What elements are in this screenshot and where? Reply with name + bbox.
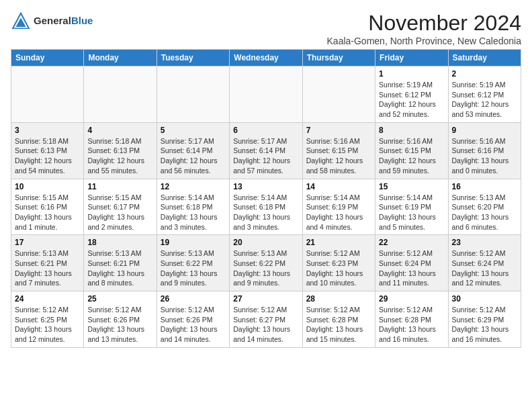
calendar-week-row: 3Sunrise: 5:18 AMSunset: 6:13 PMDaylight… — [11, 122, 521, 179]
calendar-day: 22Sunrise: 5:12 AMSunset: 6:24 PMDayligh… — [375, 235, 448, 291]
calendar-week-row: 10Sunrise: 5:15 AMSunset: 6:16 PMDayligh… — [11, 179, 521, 235]
calendar-day: 12Sunrise: 5:14 AMSunset: 6:18 PMDayligh… — [157, 179, 229, 235]
day-number: 8 — [379, 126, 444, 135]
day-number: 16 — [452, 182, 517, 191]
day-info: Sunrise: 5:12 AMSunset: 6:26 PMDaylight:… — [87, 305, 152, 345]
calendar-day: 30Sunrise: 5:12 AMSunset: 6:29 PMDayligh… — [448, 291, 521, 348]
calendar-day: 27Sunrise: 5:12 AMSunset: 6:27 PMDayligh… — [230, 291, 302, 348]
calendar-day: 1Sunrise: 5:19 AMSunset: 6:12 PMDaylight… — [375, 66, 448, 123]
day-number: 6 — [233, 126, 298, 135]
day-info: Sunrise: 5:14 AMSunset: 6:19 PMDaylight:… — [306, 193, 371, 232]
day-info: Sunrise: 5:17 AMSunset: 6:14 PMDaylight:… — [161, 136, 226, 176]
calendar-day — [302, 66, 375, 123]
col-wednesday: Wednesday — [230, 50, 302, 66]
day-number: 15 — [379, 182, 444, 191]
calendar-week-row: 24Sunrise: 5:12 AMSunset: 6:25 PMDayligh… — [11, 291, 521, 348]
col-tuesday: Tuesday — [157, 50, 229, 66]
calendar-day: 18Sunrise: 5:13 AMSunset: 6:21 PMDayligh… — [84, 235, 157, 291]
calendar-day: 6Sunrise: 5:17 AMSunset: 6:14 PMDaylight… — [230, 122, 302, 179]
day-info: Sunrise: 5:16 AMSunset: 6:15 PMDaylight:… — [379, 136, 444, 176]
calendar-day: 14Sunrise: 5:14 AMSunset: 6:19 PMDayligh… — [302, 179, 375, 235]
day-info: Sunrise: 5:19 AMSunset: 6:12 PMDaylight:… — [379, 80, 444, 120]
day-number: 25 — [87, 294, 152, 304]
day-number: 26 — [161, 294, 226, 304]
header: GeneralBlue November 2024 Kaala-Gomen, N… — [11, 11, 521, 46]
day-info: Sunrise: 5:16 AMSunset: 6:15 PMDaylight:… — [306, 136, 371, 176]
calendar-day: 7Sunrise: 5:16 AMSunset: 6:15 PMDaylight… — [302, 122, 375, 179]
day-number: 23 — [452, 238, 517, 247]
calendar-day: 5Sunrise: 5:17 AMSunset: 6:14 PMDaylight… — [157, 122, 229, 179]
calendar-day: 4Sunrise: 5:18 AMSunset: 6:13 PMDaylight… — [84, 122, 157, 179]
day-number: 21 — [306, 238, 371, 247]
day-number: 7 — [306, 126, 371, 135]
calendar-day: 29Sunrise: 5:12 AMSunset: 6:28 PMDayligh… — [375, 291, 448, 348]
day-info: Sunrise: 5:18 AMSunset: 6:13 PMDaylight:… — [15, 136, 80, 176]
day-info: Sunrise: 5:13 AMSunset: 6:22 PMDaylight:… — [161, 248, 226, 288]
day-number: 10 — [15, 182, 80, 191]
day-number: 29 — [379, 294, 444, 304]
col-saturday: Saturday — [448, 50, 521, 66]
calendar-day — [84, 66, 157, 123]
calendar-header-row: Sunday Monday Tuesday Wednesday Thursday… — [11, 50, 521, 66]
day-info: Sunrise: 5:13 AMSunset: 6:21 PMDaylight:… — [15, 248, 80, 288]
calendar-week-row: 1Sunrise: 5:19 AMSunset: 6:12 PMDaylight… — [11, 66, 521, 123]
day-number: 17 — [15, 238, 80, 247]
calendar-day: 9Sunrise: 5:16 AMSunset: 6:16 PMDaylight… — [448, 122, 521, 179]
calendar-day — [230, 66, 302, 123]
calendar-day: 28Sunrise: 5:12 AMSunset: 6:28 PMDayligh… — [302, 291, 375, 348]
day-number: 20 — [233, 238, 298, 247]
day-number: 28 — [306, 294, 371, 304]
month-title: November 2024 — [327, 11, 521, 36]
day-info: Sunrise: 5:12 AMSunset: 6:28 PMDaylight:… — [306, 305, 371, 345]
col-friday: Friday — [375, 50, 448, 66]
day-info: Sunrise: 5:12 AMSunset: 6:25 PMDaylight:… — [15, 305, 80, 345]
day-info: Sunrise: 5:13 AMSunset: 6:20 PMDaylight:… — [452, 193, 517, 232]
calendar-day: 26Sunrise: 5:12 AMSunset: 6:26 PMDayligh… — [157, 291, 229, 348]
logo: GeneralBlue — [11, 11, 93, 31]
day-info: Sunrise: 5:15 AMSunset: 6:16 PMDaylight:… — [15, 193, 80, 232]
subtitle: Kaala-Gomen, North Province, New Caledon… — [327, 36, 521, 46]
calendar-day: 23Sunrise: 5:12 AMSunset: 6:24 PMDayligh… — [448, 235, 521, 291]
calendar-day: 20Sunrise: 5:13 AMSunset: 6:22 PMDayligh… — [230, 235, 302, 291]
day-number: 9 — [452, 126, 517, 135]
day-info: Sunrise: 5:12 AMSunset: 6:29 PMDaylight:… — [452, 305, 517, 345]
day-number: 18 — [87, 238, 152, 247]
day-number: 3 — [15, 126, 80, 135]
col-monday: Monday — [84, 50, 157, 66]
day-number: 19 — [161, 238, 226, 247]
day-info: Sunrise: 5:12 AMSunset: 6:24 PMDaylight:… — [452, 248, 517, 288]
day-number: 14 — [306, 182, 371, 191]
calendar-day: 2Sunrise: 5:19 AMSunset: 6:12 PMDaylight… — [448, 66, 521, 123]
calendar-day: 19Sunrise: 5:13 AMSunset: 6:22 PMDayligh… — [157, 235, 229, 291]
calendar-day: 8Sunrise: 5:16 AMSunset: 6:15 PMDaylight… — [375, 122, 448, 179]
day-info: Sunrise: 5:17 AMSunset: 6:14 PMDaylight:… — [233, 136, 298, 176]
calendar-day — [157, 66, 229, 123]
day-number: 27 — [233, 294, 298, 304]
day-info: Sunrise: 5:16 AMSunset: 6:16 PMDaylight:… — [452, 136, 517, 176]
day-info: Sunrise: 5:18 AMSunset: 6:13 PMDaylight:… — [87, 136, 152, 176]
calendar-day: 11Sunrise: 5:15 AMSunset: 6:17 PMDayligh… — [84, 179, 157, 235]
calendar-day: 24Sunrise: 5:12 AMSunset: 6:25 PMDayligh… — [11, 291, 84, 348]
day-info: Sunrise: 5:13 AMSunset: 6:21 PMDaylight:… — [87, 248, 152, 288]
day-number: 22 — [379, 238, 444, 247]
calendar-day: 17Sunrise: 5:13 AMSunset: 6:21 PMDayligh… — [11, 235, 84, 291]
calendar-day: 21Sunrise: 5:12 AMSunset: 6:23 PMDayligh… — [302, 235, 375, 291]
title-block: November 2024 Kaala-Gomen, North Provinc… — [327, 11, 521, 46]
col-sunday: Sunday — [11, 50, 84, 66]
day-info: Sunrise: 5:13 AMSunset: 6:22 PMDaylight:… — [233, 248, 298, 288]
calendar-day — [11, 66, 84, 123]
day-info: Sunrise: 5:19 AMSunset: 6:12 PMDaylight:… — [452, 80, 517, 120]
day-info: Sunrise: 5:12 AMSunset: 6:24 PMDaylight:… — [379, 248, 444, 288]
col-thursday: Thursday — [302, 50, 375, 66]
day-info: Sunrise: 5:12 AMSunset: 6:28 PMDaylight:… — [379, 305, 444, 345]
logo-general: GeneralBlue — [34, 15, 93, 27]
day-number: 13 — [233, 182, 298, 191]
day-info: Sunrise: 5:12 AMSunset: 6:26 PMDaylight:… — [161, 305, 226, 345]
calendar-day: 13Sunrise: 5:14 AMSunset: 6:18 PMDayligh… — [230, 179, 302, 235]
day-info: Sunrise: 5:14 AMSunset: 6:18 PMDaylight:… — [233, 193, 298, 232]
calendar-day: 3Sunrise: 5:18 AMSunset: 6:13 PMDaylight… — [11, 122, 84, 179]
day-info: Sunrise: 5:15 AMSunset: 6:17 PMDaylight:… — [87, 193, 152, 232]
page-container: GeneralBlue November 2024 Kaala-Gomen, N… — [11, 11, 521, 348]
day-number: 12 — [161, 182, 226, 191]
calendar-day: 16Sunrise: 5:13 AMSunset: 6:20 PMDayligh… — [448, 179, 521, 235]
